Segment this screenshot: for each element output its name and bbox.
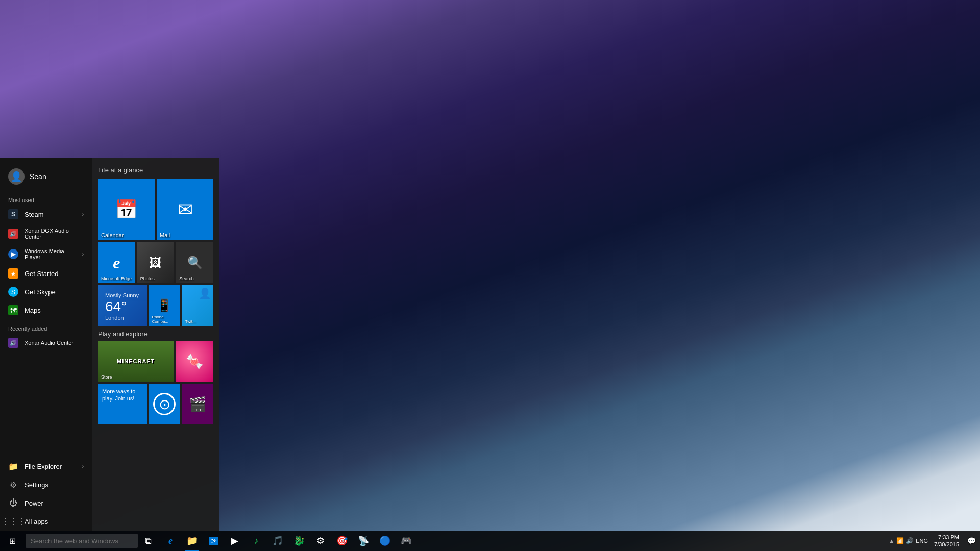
maps-label: Maps	[24, 307, 41, 314]
more-ways-tile[interactable]: More ways to play. Join us!	[98, 384, 147, 424]
taskbar-spotify-button[interactable]: ♪	[246, 531, 266, 551]
file-explorer-arrow: ›	[82, 464, 84, 469]
store-minecraft-tile[interactable]: MINECRAFT Store	[98, 341, 174, 382]
app6-taskbar-icon: 🎵	[272, 535, 283, 546]
sidebar-item-file-explorer[interactable]: 📁 File Explorer ›	[0, 457, 92, 475]
app8-taskbar-icon: ⚙	[316, 535, 325, 546]
weather-temp: 64°	[105, 298, 140, 315]
photos-tile[interactable]: 🖼 Photos	[137, 242, 175, 283]
app9-taskbar-icon: 🎯	[336, 535, 348, 546]
date-display: 7/30/2015	[934, 541, 959, 548]
username-label: Sean	[30, 172, 46, 181]
tray-volume-icon[interactable]: 🔊	[906, 537, 914, 544]
taskbar-app11-button[interactable]: 🔵	[375, 531, 395, 551]
settings-icon: ⚙	[8, 480, 18, 490]
sidebar-item-get-skype[interactable]: S Get Skype	[0, 283, 92, 301]
sidebar-item-xonar-dgx[interactable]: 🔊 Xonar DGX Audio Center	[0, 223, 92, 244]
calendar-tile[interactable]: 📅 Calendar	[98, 179, 155, 240]
sidebar-item-windows-media-player[interactable]: ▶ Windows Media Player ›	[0, 244, 92, 264]
taskbar-store-button[interactable]: 🛍	[203, 531, 224, 551]
sidebar-item-all-apps[interactable]: ⋮⋮⋮ All apps	[0, 512, 92, 531]
taskbar-search-input[interactable]	[26, 534, 138, 548]
taskbar-app10-button[interactable]: 📡	[353, 531, 374, 551]
taskbar-pinned-apps: e 📁 🛍 ▶ ♪ 🎵 🐉 ⚙ 🎯 📡 🔵	[160, 531, 416, 551]
task-view-icon: ⧉	[145, 536, 152, 546]
weather-condition: Mostly Sunny	[105, 292, 140, 298]
tiles-row-3: Mostly Sunny 64° London 📱 Phone Compa...…	[98, 285, 213, 326]
phone-companion-label: Phone Compa...	[152, 315, 180, 324]
twitter-tile[interactable]: 👤 Twit...	[182, 285, 213, 326]
weather-tile[interactable]: Mostly Sunny 64° London	[98, 285, 147, 326]
taskbar-app7-button[interactable]: 🐉	[289, 531, 309, 551]
candy-crush-tile[interactable]: 🍬	[176, 341, 213, 382]
twitter-icon: 👤	[199, 287, 211, 299]
sidebar-item-power[interactable]: ⏻ Power	[0, 494, 92, 512]
play-and-explore-label: Play and explore	[98, 330, 213, 338]
app12-taskbar-icon: 🎮	[401, 535, 412, 546]
mail-tile[interactable]: ✉ Mail	[157, 179, 213, 240]
steam-icon: S	[8, 209, 18, 219]
weather-content: Mostly Sunny 64° London	[102, 289, 143, 324]
get-skype-label: Get Skype	[24, 288, 56, 296]
avatar: 👤	[8, 168, 24, 185]
sidebar-item-steam[interactable]: S Steam ›	[0, 205, 92, 223]
recently-added-label: Recently added	[0, 319, 92, 334]
taskbar-app6-button[interactable]: 🎵	[267, 531, 288, 551]
clock-display[interactable]: 7:33 PM 7/30/2015	[930, 534, 963, 548]
xonar-audio-label: Xonar Audio Center	[24, 340, 74, 346]
app11-taskbar-icon: 🔵	[379, 535, 390, 546]
sidebar-item-xonar-audio[interactable]: 🔊 Xonar Audio Center	[0, 334, 92, 352]
circular-icon: ⊙	[153, 393, 176, 415]
sidebar-item-maps[interactable]: 🗺 Maps	[0, 301, 92, 319]
all-apps-icon: ⋮⋮⋮	[8, 516, 18, 527]
xonar-dgx-icon: 🔊	[8, 229, 18, 239]
file-explorer-icon: 📁	[8, 461, 18, 471]
tiles-row-5: More ways to play. Join us! ⊙ 🎬	[98, 384, 213, 424]
circular-app-tile[interactable]: ⊙	[149, 384, 180, 424]
more-ways-label: More ways to play. Join us!	[102, 388, 143, 403]
mail-label: Mail	[160, 232, 170, 238]
search-tile[interactable]: 🔍 Search	[176, 242, 213, 283]
file-explorer-taskbar-icon: 📁	[186, 535, 198, 546]
start-button[interactable]: ⊞	[0, 531, 24, 551]
twitter-label: Twit...	[185, 319, 196, 324]
taskbar-edge-button[interactable]: e	[160, 531, 181, 551]
movies-icon: 🎬	[189, 396, 207, 413]
app10-taskbar-icon: 📡	[358, 535, 369, 546]
edge-taskbar-icon: e	[168, 536, 173, 546]
user-account-button[interactable]: 👤 Sean	[0, 162, 92, 191]
phone-companion-tile[interactable]: 📱 Phone Compa...	[149, 285, 180, 326]
taskbar-app8-button[interactable]: ⚙	[310, 531, 331, 551]
maps-icon: 🗺	[8, 305, 18, 315]
start-menu: 👤 Sean Most used S Steam › 🔊 Xonar DGX A…	[0, 158, 219, 531]
edge-tile[interactable]: e Microsoft Edge	[98, 242, 135, 283]
xonar-audio-icon: 🔊	[8, 338, 18, 348]
task-view-button[interactable]: ⧉	[138, 531, 158, 551]
media-taskbar-icon: ▶	[231, 535, 238, 546]
store-label: Store	[101, 374, 112, 380]
settings-label: Settings	[24, 481, 48, 489]
calendar-label: Calendar	[101, 232, 124, 238]
mail-icon: ✉	[178, 199, 193, 220]
edge-label: Microsoft Edge	[101, 276, 132, 281]
steam-arrow: ›	[82, 212, 84, 217]
sidebar-item-get-started[interactable]: ★ Get Started	[0, 264, 92, 283]
taskbar-app9-button[interactable]: 🎯	[332, 531, 352, 551]
file-explorer-label: File Explorer	[24, 463, 62, 470]
taskbar-file-explorer-button[interactable]: 📁	[182, 531, 202, 551]
store-taskbar-icon: 🛍	[209, 537, 218, 545]
weather-city: London	[105, 315, 140, 321]
taskbar-app12-button[interactable]: 🎮	[396, 531, 416, 551]
tray-network-icon[interactable]: 📶	[896, 537, 904, 544]
tray-expand-icon[interactable]: ▲	[889, 538, 894, 544]
spotify-taskbar-icon: ♪	[254, 536, 259, 546]
tiles-row-1: 📅 Calendar ✉ Mail	[98, 179, 213, 240]
tray-keyboard-icon: ENG	[916, 538, 928, 544]
action-center-icon[interactable]: 💬	[967, 537, 976, 545]
phone-icon: 📱	[157, 298, 172, 313]
windows-logo-icon: ⊞	[9, 536, 16, 546]
sidebar-item-settings[interactable]: ⚙ Settings	[0, 475, 92, 494]
taskbar-media-button[interactable]: ▶	[225, 531, 245, 551]
time-display: 7:33 PM	[934, 534, 959, 541]
movies-tv-tile[interactable]: 🎬	[182, 384, 213, 424]
